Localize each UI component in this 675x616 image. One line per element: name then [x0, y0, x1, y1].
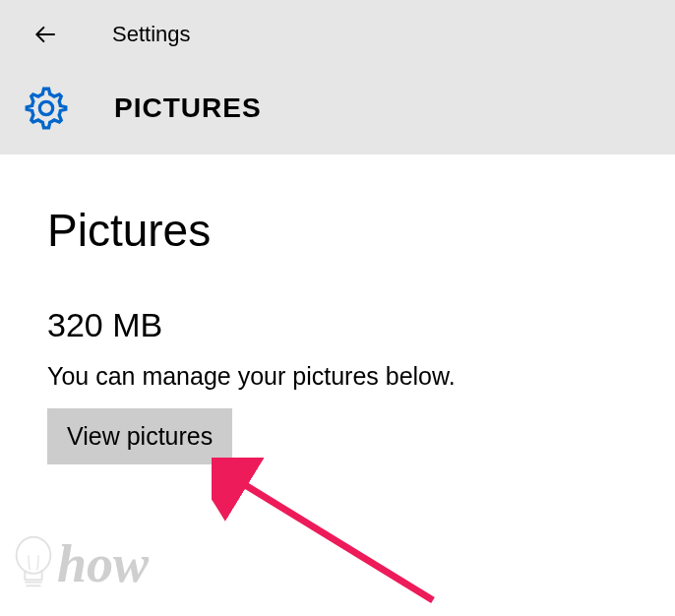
view-pictures-button[interactable]: View pictures	[47, 408, 232, 464]
svg-point-1	[39, 101, 52, 114]
description-text: You can manage your pictures below.	[47, 362, 628, 391]
lightbulb-icon	[8, 533, 59, 594]
header-section: Settings PICTURES	[0, 0, 675, 154]
page-heading: Pictures	[47, 204, 628, 257]
breadcrumb-label: PICTURES	[114, 92, 262, 124]
breadcrumb-bar: PICTURES	[0, 69, 675, 148]
back-arrow-icon[interactable]	[30, 19, 61, 50]
title-bar: Settings	[0, 0, 675, 69]
gear-icon	[22, 84, 71, 133]
watermark-text: how	[57, 533, 149, 594]
watermark: how	[8, 533, 149, 594]
svg-point-4	[17, 537, 51, 574]
content-area: Pictures 320 MB You can manage your pict…	[0, 154, 675, 514]
app-title: Settings	[112, 22, 191, 47]
storage-size: 320 MB	[47, 306, 628, 344]
